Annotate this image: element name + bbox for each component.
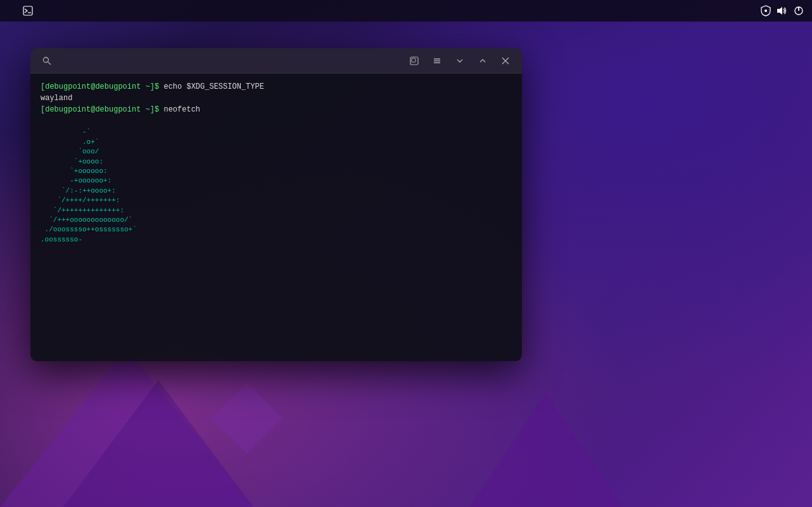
topbar	[0, 0, 812, 22]
terminal-controls-left	[38, 52, 56, 70]
svg-line-7	[48, 62, 51, 65]
close-icon	[501, 56, 510, 65]
bg-decoration	[63, 380, 253, 507]
terminal-scroll-down-button[interactable]	[451, 52, 469, 70]
topbar-left	[8, 6, 37, 16]
console-icon	[23, 6, 33, 16]
topbar-right	[760, 5, 804, 16]
terminal-titlebar	[30, 48, 522, 74]
terminal-line: [debugpoint@debugpoint ~]$ echo $XDG_SES…	[41, 81, 512, 93]
volume-svg	[777, 6, 788, 16]
chevron-down-icon	[455, 56, 464, 65]
svg-point-6	[44, 57, 49, 62]
power-icon[interactable]	[793, 5, 804, 16]
volume-icon[interactable]	[777, 5, 788, 16]
app-indicator[interactable]	[23, 6, 37, 16]
terminal-content[interactable]: [debugpoint@debugpoint ~]$ echo $XDG_SES…	[30, 74, 522, 361]
terminal-search-button[interactable]	[38, 52, 56, 70]
search-icon	[42, 56, 51, 65]
terminal-close-button[interactable]	[497, 52, 514, 70]
svg-rect-9	[412, 58, 416, 62]
activities-button[interactable]	[8, 10, 13, 12]
new-tab-icon	[410, 56, 419, 65]
shield-svg	[761, 5, 771, 16]
power-svg	[794, 6, 804, 16]
neofetch-output: -` .o+` `ooo/ `+oooo: `+oooooo: -+oooooo…	[41, 118, 512, 245]
menu-icon	[433, 56, 441, 65]
terminal-line: [debugpoint@debugpoint ~]$ neofetch	[41, 104, 512, 115]
chevron-up-icon	[478, 56, 487, 65]
svg-marker-3	[777, 7, 782, 15]
terminal-controls-right	[405, 52, 514, 70]
terminal-new-tab-button[interactable]	[405, 52, 423, 70]
svg-point-2	[764, 10, 767, 12]
shield-icon[interactable]	[760, 5, 771, 16]
terminal-scroll-up-button[interactable]	[474, 52, 492, 70]
terminal-menu-button[interactable]	[428, 52, 446, 70]
neofetch-art: -` .o+` `ooo/ `+oooo: `+oooooo: -+oooooo…	[41, 118, 237, 245]
terminal-output: wayland	[41, 93, 512, 104]
terminal-window: [debugpoint@debugpoint ~]$ echo $XDG_SES…	[30, 48, 522, 361]
bg-decoration	[470, 393, 622, 507]
